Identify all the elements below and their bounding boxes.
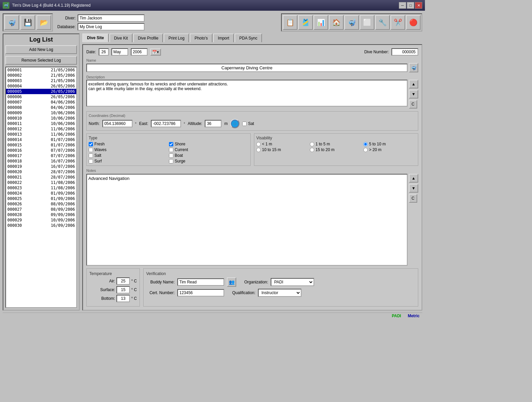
remove-selected-log-button[interactable]: Remove Selected Log — [5, 56, 77, 65]
notes-clear-button[interactable]: C — [409, 194, 417, 203]
toolbar-btn-5[interactable]: 🤿 — [344, 15, 359, 30]
toolbar-btn-1[interactable]: 📋 — [283, 15, 297, 30]
minimize-button[interactable]: ─ — [399, 2, 406, 9]
checkbox-current[interactable] — [169, 148, 173, 152]
cert-number-input[interactable] — [177, 289, 224, 296]
radio-5to10-input[interactable] — [363, 142, 368, 146]
log-entry[interactable]: 00000704/06/2006 — [6, 99, 76, 105]
radio-10to15-input[interactable] — [256, 148, 261, 152]
date-day-input[interactable] — [99, 48, 109, 56]
date-year-input[interactable] — [131, 48, 148, 56]
checkbox-boat[interactable] — [169, 153, 173, 158]
log-entry[interactable]: 00001816/07/2006 — [6, 158, 76, 164]
diver-input[interactable] — [78, 14, 145, 22]
close-button[interactable]: ✕ — [415, 2, 422, 9]
log-entry[interactable]: 00001501/07/2006 — [6, 142, 76, 148]
log-entry[interactable]: 00001707/07/2006 — [6, 153, 76, 158]
log-entry[interactable]: 00002401/09/2006 — [6, 191, 76, 196]
toolbar-btn-7[interactable]: 🔧 — [375, 15, 390, 30]
north-input[interactable] — [102, 120, 132, 127]
log-entry[interactable]: 00002501/09/2006 — [6, 196, 76, 201]
dive-number-input[interactable] — [391, 48, 418, 56]
radio-gt20-input[interactable] — [363, 148, 368, 152]
surface-temp-input[interactable] — [116, 286, 130, 293]
log-entry[interactable]: 00003016/09/2006 — [6, 223, 76, 228]
toolbar-btn-6[interactable]: ⬜ — [360, 15, 374, 30]
description-clear-button[interactable]: C — [409, 100, 417, 109]
log-entry[interactable]: 00002910/09/2006 — [6, 217, 76, 223]
log-entry[interactable]: 00001607/07/2006 — [6, 148, 76, 153]
log-entry[interactable]: 00000321/05/2006 — [6, 78, 76, 83]
tab-dive-kit[interactable]: Dive Kit — [109, 34, 132, 42]
description-scroll-up[interactable]: ▲ — [409, 80, 418, 88]
log-entry[interactable]: 00000526/05/2006 — [6, 89, 76, 94]
log-entry[interactable]: 00001916/07/2006 — [6, 164, 76, 169]
sat-checkbox[interactable] — [242, 122, 247, 126]
globe-button[interactable]: 🌐 — [230, 119, 240, 128]
notes-scroll-up[interactable]: ▲ — [409, 174, 418, 183]
tab-pda-sync[interactable]: PDA Sync — [235, 34, 262, 42]
description-textarea[interactable]: excellent diving quarry, famous for its … — [86, 80, 408, 107]
buddy-search-button[interactable]: 👥 — [227, 277, 236, 287]
log-entry[interactable]: 00001401/07/2006 — [6, 137, 76, 142]
tab-import[interactable]: Import — [213, 34, 234, 42]
new-log-toolbar-button[interactable]: 🤿 — [4, 15, 19, 30]
log-entry[interactable]: 00000626/05/2006 — [6, 94, 76, 99]
date-month-input[interactable] — [111, 48, 128, 56]
open-toolbar-button[interactable]: 📂 — [36, 15, 51, 30]
description-row: excellent diving quarry, famous for its … — [86, 80, 418, 109]
log-entry[interactable]: 00002211/08/2006 — [6, 180, 76, 185]
checkbox-waves[interactable] — [89, 148, 93, 152]
checkbox-shore[interactable] — [169, 142, 173, 146]
notes-textarea[interactable]: Advanced Navigation — [86, 174, 408, 266]
altitude-input[interactable] — [205, 120, 221, 127]
notes-scroll-down[interactable]: ▼ — [409, 184, 418, 193]
date-picker-button[interactable]: 📅▾ — [150, 49, 161, 56]
tab-photos[interactable]: Photo's — [190, 34, 212, 42]
log-entry[interactable]: 00000804/06/2006 — [6, 105, 76, 110]
database-input[interactable] — [78, 23, 145, 30]
log-entry[interactable]: 00001211/06/2006 — [6, 126, 76, 132]
toolbar-btn-2[interactable]: 🎽 — [298, 15, 313, 30]
bottom-temp-input[interactable] — [116, 295, 130, 302]
toolbar-btn-9[interactable]: 🔴 — [406, 15, 421, 30]
log-entry[interactable]: 00001110/06/2006 — [6, 121, 76, 126]
add-new-log-button[interactable]: Add New Log — [5, 45, 77, 54]
log-entry[interactable]: 00002608/09/2006 — [6, 201, 76, 207]
toolbar-btn-4[interactable]: 🏠 — [329, 15, 344, 30]
log-entry[interactable]: 00002028/07/2006 — [6, 169, 76, 175]
log-entry[interactable]: 00000910/06/2006 — [6, 110, 76, 116]
description-scroll-down[interactable]: ▼ — [409, 90, 418, 98]
toolbar-btn-8[interactable]: ✂️ — [390, 15, 405, 30]
log-entry[interactable]: 00000121/05/2006 — [6, 67, 76, 73]
maximize-button[interactable]: □ — [407, 2, 414, 9]
dive-site-name-input[interactable] — [86, 64, 408, 72]
buddy-name-input[interactable] — [177, 278, 224, 286]
name-search-button[interactable]: 🤿 — [409, 63, 418, 72]
air-temp-input[interactable] — [116, 277, 130, 285]
toolbar-btn-3[interactable]: 📊 — [314, 15, 328, 30]
log-entry[interactable]: 00002311/08/2006 — [6, 185, 76, 191]
organization-select[interactable]: PADI BSAC NAUI — [271, 278, 314, 286]
qualification-select[interactable]: Instructor Divemaster Advanced Open Wate… — [258, 289, 301, 297]
tab-print-log[interactable]: Print Log — [164, 34, 189, 42]
log-entry[interactable]: 00002809/09/2006 — [6, 212, 76, 217]
save-toolbar-button[interactable]: 💾 — [20, 15, 35, 30]
log-entry[interactable]: 00002128/07/2006 — [6, 175, 76, 180]
log-entry[interactable]: 00002708/09/2006 — [6, 207, 76, 212]
log-entry[interactable]: 00001311/06/2006 — [6, 132, 76, 137]
tab-dive-profile[interactable]: Dive Profile — [133, 34, 163, 42]
label-shore: Shore — [175, 142, 185, 146]
radio-15to20-input[interactable] — [310, 148, 314, 152]
log-entry[interactable]: 00000426/05/2006 — [6, 83, 76, 89]
radio-1to5-input[interactable] — [310, 142, 314, 146]
log-entry[interactable]: 00001010/06/2006 — [6, 116, 76, 121]
checkbox-surge[interactable] — [169, 159, 173, 163]
log-entry[interactable]: 00000221/05/2006 — [6, 73, 76, 78]
tab-dive-site[interactable]: Dive Site — [82, 34, 109, 42]
checkbox-surf[interactable] — [89, 159, 93, 163]
radio-lt1-input[interactable] — [256, 142, 261, 146]
checkbox-salt[interactable] — [89, 153, 93, 158]
checkbox-fresh[interactable] — [89, 142, 93, 146]
east-input[interactable] — [151, 120, 181, 127]
